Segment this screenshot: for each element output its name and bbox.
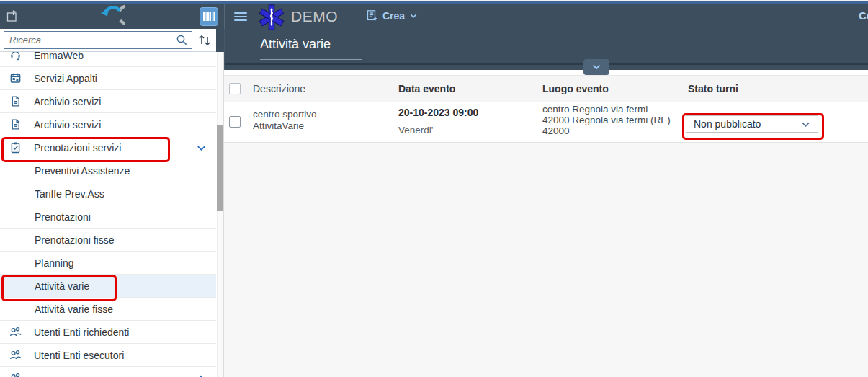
titlebar-divider [225, 63, 868, 65]
header-filler [216, 29, 224, 52]
sidebar-item-label: Utenti Enti richiedenti [34, 327, 129, 338]
app-window: EmmaWebServizi AppaltiArchivio serviziAr… [0, 0, 868, 377]
menu-toggle-icon[interactable] [234, 12, 247, 22]
page-title: Attività varie [260, 37, 331, 52]
crea-menu-button[interactable]: Crea [366, 9, 418, 22]
people-icon [9, 326, 22, 338]
sidebar-item-clipped-item[interactable] [0, 367, 216, 377]
sidebar-item-servizi-appalti[interactable]: Servizi Appalti [0, 67, 216, 90]
sidebar-item-archivio-servizi-2[interactable]: Archivio servizi [0, 113, 216, 136]
app-header-bar: DEMO Crea Ce [224, 4, 868, 29]
sidebar-item-tariffe-prev-ass[interactable]: Tariffe Prev.Ass [0, 182, 216, 205]
chevron-down-icon [800, 119, 811, 130]
stato-turni-value: Non pubblicato [694, 118, 761, 130]
sidebar-item-label: Prenotazioni servizi [34, 142, 121, 154]
column-header-data-evento[interactable]: Data evento [398, 83, 455, 94]
pin-page-icon[interactable] [6, 9, 19, 23]
sidebar-item-prenotazioni-servizi[interactable]: Prenotazioni servizi [0, 136, 216, 159]
cell-luogo-evento: centro Regnola via fermi 42000 Regnola v… [542, 104, 671, 136]
table-header: Descrizione Data evento Luogo evento Sta… [224, 75, 868, 102]
cell-data-evento: 20-10-2023 09:00 Venerdi' [398, 107, 478, 136]
sidebar-item-utenti-enti-esecutori[interactable]: Utenti Enti esecutori [0, 344, 216, 367]
column-header-luogo-evento[interactable]: Luogo evento [542, 83, 609, 94]
row-checkbox[interactable] [229, 116, 241, 128]
sidebar-item-label: Planning [35, 257, 74, 269]
sidebar-item-planning[interactable]: Planning [0, 252, 216, 275]
sidebar-item-label: Servizi Appalti [34, 73, 97, 84]
stato-turni-select[interactable]: Non pubblicato [686, 115, 818, 133]
search-input-wrap [4, 31, 192, 49]
header-right-text[interactable]: Ce [859, 9, 868, 22]
chevron-right-icon[interactable] [196, 373, 207, 377]
sidebar-item-label: Utenti Enti esecutori [34, 350, 124, 361]
cell-descrizione: centro sportivo AttivitaVarie [253, 109, 317, 132]
sidebar-search-row [0, 29, 216, 52]
column-header-descrizione[interactable]: Descrizione [253, 83, 305, 94]
clipboard-icon [9, 141, 22, 154]
sidebar-item-label: Prenotazioni fisse [35, 234, 115, 246]
headset-icon [9, 52, 22, 61]
title-underline [260, 59, 362, 60]
sidebar-menu: EmmaWebServizi AppaltiArchivio serviziAr… [0, 52, 216, 377]
chevron-down-icon [409, 12, 418, 20]
create-document-icon [366, 9, 378, 22]
chevron-down-icon[interactable] [196, 143, 207, 154]
sidebar-item-preventivi-assistenze[interactable]: Preventivi Assistenze [0, 159, 216, 182]
sidebar-item-prenotazioni-fisse[interactable]: Prenotazioni fisse [0, 229, 216, 252]
page-title-bar: Attività varie [224, 29, 868, 70]
expand-header-button[interactable] [583, 59, 609, 75]
star-of-life-logo [258, 4, 285, 31]
calendar-icon [9, 72, 22, 84]
crea-label: Crea [382, 10, 405, 22]
table-row[interactable]: centro sportivo AttivitaVarie 20-10-2023… [224, 102, 868, 143]
sidebar-header [0, 4, 224, 29]
people-icon [9, 372, 22, 377]
sidebar-item-label: Attività varie fisse [35, 303, 113, 315]
select-all-checkbox[interactable] [229, 83, 241, 94]
sidebar-item-label: Archivio servizi [34, 96, 101, 107]
sidebar-item-archivio-servizi-1[interactable]: Archivio servizi [0, 90, 216, 113]
content-background [224, 143, 868, 377]
sidebar-item-label: Archivio servizi [34, 119, 101, 130]
search-icon[interactable] [176, 34, 188, 46]
sidebar-item-label: Prenotazioni [35, 211, 91, 223]
sidebar-item-label: Tariffe Prev.Ass [35, 188, 104, 200]
app-title: DEMO [291, 8, 338, 25]
sidebar-item-utenti-enti-richiedenti[interactable]: Utenti Enti richiedenti [0, 321, 216, 344]
sidebar-item-emmaweb[interactable]: EmmaWeb [0, 52, 216, 67]
sort-icon[interactable] [197, 32, 212, 48]
sidebar-item-attivita-varie-fisse[interactable]: Attività varie fisse [0, 298, 216, 321]
sidebar-item-attivita-varie[interactable]: Attività varie [0, 275, 216, 298]
people-icon [9, 349, 22, 361]
column-header-stato-turni[interactable]: Stato turni [688, 83, 738, 94]
barcode-button[interactable] [200, 7, 218, 26]
sync-logo-icon[interactable] [99, 4, 125, 30]
sidebar-item-label: EmmaWeb [34, 52, 84, 61]
document-icon [9, 95, 22, 107]
sidebar-item-prenotazioni[interactable]: Prenotazioni [0, 205, 216, 229]
document-icon [9, 118, 22, 130]
sidebar-item-label: Preventivi Assistenze [35, 165, 130, 177]
sidebar-item-label: Attività varie [35, 280, 89, 292]
search-input[interactable] [4, 31, 192, 49]
